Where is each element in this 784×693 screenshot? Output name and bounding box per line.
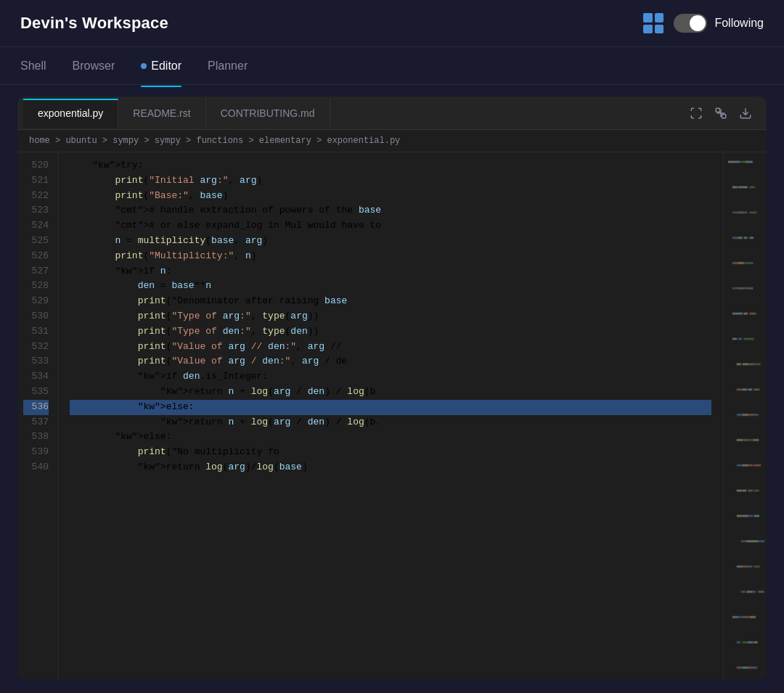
file-tab-readme-label: README.rst <box>133 107 190 119</box>
code-line-525: n = multiplicity(base, arg) <box>70 234 711 249</box>
code-line-527: "kw">if n: <box>70 264 711 279</box>
fullscreen-icon[interactable] <box>690 107 703 120</box>
code-line-521: print("Initial arg:", arg) <box>70 173 711 189</box>
minimap <box>723 152 767 679</box>
tab-browser[interactable]: Browser <box>73 57 115 75</box>
following-toggle-container: Following <box>674 14 764 33</box>
line-numbers: 5205215225235245255265275285295305315325… <box>17 152 58 679</box>
svg-rect-3 <box>722 114 726 118</box>
code-line-529: print("Denominator after raising base <box>70 294 711 309</box>
editor-toolbar-icons <box>690 107 761 120</box>
diff-icon[interactable] <box>714 107 727 120</box>
tab-shell-label: Shell <box>20 60 46 73</box>
header-controls: Following <box>643 13 764 33</box>
file-tab-contributing-label: CONTRIBUTING.md <box>221 107 315 119</box>
tab-browser-label: Browser <box>73 60 115 73</box>
svg-rect-2 <box>716 108 719 112</box>
editor-workspace: exponential.py README.rst CONTRIBUTING.m… <box>17 97 767 679</box>
editor-dot-icon <box>141 63 147 69</box>
file-tabs: exponential.py README.rst CONTRIBUTING.m… <box>17 97 767 130</box>
download-icon[interactable] <box>739 107 752 120</box>
code-line-524: "cmt"># or else expand_log in Mul would … <box>70 218 711 234</box>
code-line-523: "cmt"># handle extraction of powers of t… <box>70 203 711 218</box>
following-toggle[interactable] <box>674 14 707 33</box>
code-line-520: "kw">try: <box>70 158 711 173</box>
code-line-531: print("Type of den:", type(den)) <box>70 324 711 340</box>
code-line-530: print("Type of arg:", type(arg)) <box>70 309 711 324</box>
code-line-537: "kw">return n + log(arg / den) / log(b. <box>70 415 711 430</box>
code-line-539: print("No multiplicity fo <box>70 445 711 460</box>
code-line-535: "kw">return n + log(arg / den) / log(b <box>70 385 711 400</box>
file-tab-exponential[interactable]: exponential.py <box>23 99 118 128</box>
code-line-532: print("Value of arg // den:", arg // <box>70 340 711 355</box>
code-line-528: den = base**n <box>70 279 711 294</box>
file-tab-readme[interactable]: README.rst <box>118 99 205 128</box>
toggle-knob <box>690 15 706 31</box>
tab-editor-label: Editor <box>151 60 181 73</box>
nav-tabs: Shell Browser Editor Planner <box>0 47 784 85</box>
code-container: 5205215225235245255265275285295305315325… <box>17 152 767 679</box>
code-line-538: "kw">else: <box>70 430 711 445</box>
tab-shell[interactable]: Shell <box>20 57 46 75</box>
tab-planner[interactable]: Planner <box>208 57 248 75</box>
code-line-533: print("Value of arg / den:", arg / de <box>70 354 711 369</box>
tab-editor[interactable]: Editor <box>141 57 181 75</box>
following-label: Following <box>714 17 764 30</box>
breadcrumb: home > ubuntu > sympy > sympy > function… <box>17 130 767 152</box>
code-line-540: "kw">return log(arg)/log(base) <box>70 460 711 475</box>
minimap-canvas <box>724 152 767 679</box>
tab-planner-label: Planner <box>208 60 248 73</box>
code-line-534: "kw">if den.is_Integer: <box>70 369 711 385</box>
file-tab-contributing[interactable]: CONTRIBUTING.md <box>206 99 330 128</box>
code-line-526: print("Multiplicity:", n) <box>70 249 711 264</box>
code-line-536: "kw">else: <box>70 400 711 415</box>
code-content[interactable]: "kw">try: print("Initial arg:", arg) pri… <box>58 152 723 679</box>
file-tab-exponential-label: exponential.py <box>38 107 103 119</box>
workspace-title: Devin's Workspace <box>20 14 168 33</box>
grid-icon[interactable] <box>643 13 663 33</box>
code-line-522: print("Base:", base) <box>70 189 711 204</box>
header: Devin's Workspace Following <box>0 0 784 47</box>
